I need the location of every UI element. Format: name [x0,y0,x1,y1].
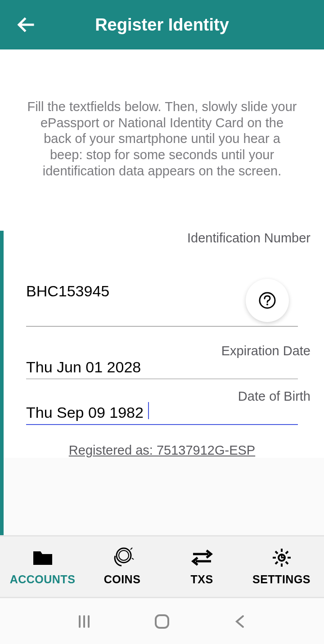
svg-line-5 [132,558,134,559]
help-icon [258,291,276,309]
recents-button[interactable] [73,610,95,633]
registered-as-link[interactable]: Registered as: 75137912G-ESP [0,443,324,458]
arrow-left-icon [16,14,36,35]
back-button[interactable] [14,12,39,37]
svg-point-3 [119,550,129,560]
tab-coins-label: COINS [104,573,141,586]
accent-bar [0,231,4,544]
coins-icon [111,548,134,568]
tab-accounts[interactable]: ACCOUNTS [3,548,82,586]
svg-point-1 [266,304,268,305]
system-nav-bar [0,599,324,644]
svg-rect-10 [156,615,168,628]
tab-settings-label: SETTINGS [252,573,310,586]
folder-icon [32,548,53,568]
expiration-date-input[interactable] [26,356,298,379]
app-header: Register Identity [0,0,324,49]
text-cursor [148,402,149,419]
instructions-text: Fill the textfields below. Then, slowly … [0,99,324,179]
identification-number-label: Identification Number [0,231,324,246]
tab-coins[interactable]: COINS [82,548,162,586]
transactions-icon [190,548,214,568]
recents-icon [76,613,92,630]
help-button[interactable] [246,279,289,322]
bottom-tab-bar: ACCOUNTS COINS TXS [0,535,324,598]
tab-settings[interactable]: SETTINGS [242,548,321,586]
tab-accounts-label: ACCOUNTS [10,573,76,586]
tab-txs[interactable]: TXS [162,548,242,586]
page-title: Register Identity [0,15,324,35]
chevron-left-icon [233,613,247,630]
home-icon [153,613,171,630]
form-area: Identification Number Expiration Date Da… [0,231,324,458]
settings-icon [271,548,292,568]
sys-back-button[interactable] [229,610,251,633]
home-button[interactable] [151,610,173,633]
date-of-birth-input[interactable] [26,401,298,425]
svg-line-4 [130,548,132,550]
content-area: Fill the textfields below. Then, slowly … [0,49,324,458]
tab-txs-label: TXS [190,573,213,586]
